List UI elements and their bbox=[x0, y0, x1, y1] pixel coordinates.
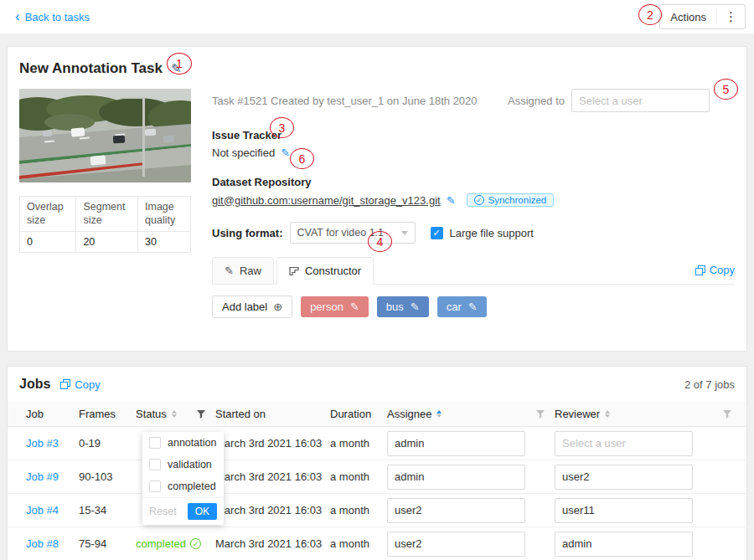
frames-column-header: Frames bbox=[79, 408, 136, 420]
started-cell: March 3rd 2021 16:03 bbox=[215, 537, 330, 550]
assignee-input[interactable] bbox=[387, 465, 525, 490]
issue-tracker-label: Issue Tracker bbox=[212, 129, 735, 141]
overlap-size-value: 0 bbox=[20, 232, 76, 253]
job-link[interactable]: Job #4 bbox=[26, 504, 59, 516]
filter-option-label: annotation bbox=[168, 437, 216, 449]
assignee-input[interactable] bbox=[387, 532, 525, 557]
edit-task-name-icon[interactable]: ✎ bbox=[171, 61, 182, 76]
status-cell: completed ✓ bbox=[136, 537, 215, 550]
job-row: Job #3 0-19 March 3rd 2021 16:03 a month bbox=[8, 427, 746, 460]
status-column-header: Status bbox=[136, 408, 215, 420]
reviewer-header-label: Reviewer bbox=[555, 408, 600, 420]
status-header-label: Status bbox=[136, 408, 167, 420]
status-text: completed bbox=[136, 537, 186, 550]
build-icon bbox=[289, 266, 299, 276]
tab-raw-label: Raw bbox=[240, 265, 261, 277]
image-quality-value: 30 bbox=[138, 232, 191, 253]
reviewer-input[interactable] bbox=[555, 465, 693, 490]
params-value-row: 0 20 30 bbox=[20, 232, 191, 253]
format-row: Using format: CVAT for video 1.1 ✓ Large… bbox=[212, 222, 735, 244]
duration-cell: a month bbox=[330, 470, 387, 483]
task-meta-row: Task #1521 Created by test_user_1 on Jun… bbox=[212, 89, 735, 112]
back-arrow-icon: ‹ bbox=[15, 9, 20, 23]
task-assignee-input[interactable] bbox=[571, 89, 710, 112]
label-chip-person[interactable]: person ✎ bbox=[301, 296, 369, 317]
sync-status-badge: ✓ Synchronized bbox=[467, 193, 555, 207]
jobs-table: Job Frames Status Started on Duration As… bbox=[8, 402, 746, 560]
actions-label: Actions bbox=[660, 11, 716, 23]
checkbox-icon[interactable] bbox=[149, 437, 161, 449]
reviewer-input[interactable] bbox=[555, 532, 693, 557]
job-link[interactable]: Job #9 bbox=[26, 470, 59, 483]
filter-option-validation[interactable]: validation bbox=[142, 454, 224, 475]
edit-label-icon[interactable]: ✎ bbox=[350, 301, 359, 313]
job-link[interactable]: Job #8 bbox=[26, 537, 59, 550]
format-select[interactable]: CVAT for video 1.1 bbox=[290, 222, 416, 244]
back-label: Back to tasks bbox=[25, 11, 90, 23]
add-label-text: Add label bbox=[222, 301, 267, 313]
copy-labels-button[interactable]: Copy bbox=[695, 264, 735, 276]
plus-circle-icon: ⊕ bbox=[273, 301, 282, 313]
large-file-support-label: Large file support bbox=[450, 227, 534, 239]
job-link[interactable]: Job #3 bbox=[26, 437, 59, 450]
format-select-value: CVAT for video 1.1 bbox=[297, 227, 385, 239]
edit-repository-icon[interactable]: ✎ bbox=[447, 194, 456, 207]
frames-cell: 0-19 bbox=[79, 437, 136, 450]
copy-jobs-label: Copy bbox=[75, 378, 100, 391]
label-chip-car[interactable]: car ✎ bbox=[437, 296, 487, 317]
labels-tabs: ✎ Raw Constructor Copy bbox=[212, 257, 735, 285]
filter-ok-button[interactable]: OK bbox=[188, 503, 217, 520]
task-details-card: New Annotation Task ✎ bbox=[7, 46, 747, 352]
task-body: Overlap size Segment size Image quality … bbox=[19, 89, 735, 318]
reviewer-input[interactable] bbox=[555, 498, 693, 523]
dataset-repository-label: Dataset Repository bbox=[212, 176, 735, 188]
issue-tracker-value: Not specified bbox=[212, 146, 275, 159]
issue-tracker-row: Not specified ✎ bbox=[212, 146, 735, 159]
edit-label-icon[interactable]: ✎ bbox=[411, 301, 420, 313]
copy-labels-label: Copy bbox=[710, 264, 735, 276]
edit-issue-tracker-icon[interactable]: ✎ bbox=[281, 146, 290, 159]
sync-status-text: Synchronized bbox=[488, 195, 547, 205]
assignee-input[interactable] bbox=[387, 498, 525, 523]
actions-button[interactable]: Actions ⋮ bbox=[659, 4, 746, 29]
overlap-size-header: Overlap size bbox=[20, 197, 76, 232]
back-to-tasks-link[interactable]: ‹ Back to tasks bbox=[15, 11, 90, 23]
status-sorter[interactable] bbox=[172, 410, 177, 418]
checkbox-icon[interactable] bbox=[149, 480, 161, 492]
jobs-header: Jobs Copy 2 of 7 jobs bbox=[8, 367, 746, 402]
label-chip-bus[interactable]: bus ✎ bbox=[377, 296, 429, 317]
tab-constructor-label: Constructor bbox=[305, 265, 361, 277]
label-name: bus bbox=[386, 301, 404, 313]
started-cell: March 3rd 2021 16:03 bbox=[215, 437, 330, 450]
top-bar: ‹ Back to tasks Actions ⋮ bbox=[0, 0, 754, 33]
tab-raw[interactable]: ✎ Raw bbox=[212, 257, 274, 285]
reviewer-filter-icon[interactable] bbox=[723, 410, 731, 419]
large-file-support-checkbox[interactable]: ✓ bbox=[431, 227, 443, 239]
jobs-table-header: Job Frames Status Started on Duration As… bbox=[8, 402, 746, 427]
task-meta: Task #1521 Created by test_user_1 on Jun… bbox=[212, 95, 478, 107]
assignee-input[interactable] bbox=[387, 431, 525, 456]
copy-jobs-button[interactable]: Copy bbox=[60, 378, 100, 391]
checkbox-icon[interactable] bbox=[149, 459, 161, 470]
edit-label-icon[interactable]: ✎ bbox=[468, 301, 478, 313]
repository-url[interactable]: git@github.com:username/git_storage_v123… bbox=[212, 194, 441, 207]
filter-reset-button[interactable]: Reset bbox=[149, 506, 177, 517]
assignee-sorter[interactable] bbox=[436, 410, 442, 418]
duration-column-header: Duration bbox=[330, 408, 387, 420]
task-title: New Annotation Task bbox=[19, 60, 163, 77]
frames-cell: 15-34 bbox=[79, 504, 136, 516]
assignee-header-label: Assignee bbox=[387, 408, 431, 420]
filter-option-annotation[interactable]: annotation bbox=[142, 432, 224, 454]
assignee-filter-icon[interactable] bbox=[536, 410, 545, 419]
tab-constructor[interactable]: Constructor bbox=[276, 257, 374, 285]
segment-size-header: Segment size bbox=[76, 197, 138, 232]
reviewer-input[interactable] bbox=[555, 431, 693, 456]
reviewer-sorter[interactable] bbox=[605, 410, 610, 418]
more-options-icon[interactable]: ⋮ bbox=[716, 9, 745, 24]
job-row: Job #8 75-94 completed ✓ March 3rd 2021 … bbox=[8, 527, 746, 560]
filter-option-completed[interactable]: completed bbox=[142, 475, 224, 497]
add-label-button[interactable]: Add label ⊕ bbox=[212, 295, 292, 318]
task-right-column: Task #1521 Created by test_user_1 on Jun… bbox=[212, 89, 735, 318]
status-filter-icon[interactable] bbox=[197, 410, 205, 419]
started-column-header: Started on bbox=[215, 408, 330, 420]
